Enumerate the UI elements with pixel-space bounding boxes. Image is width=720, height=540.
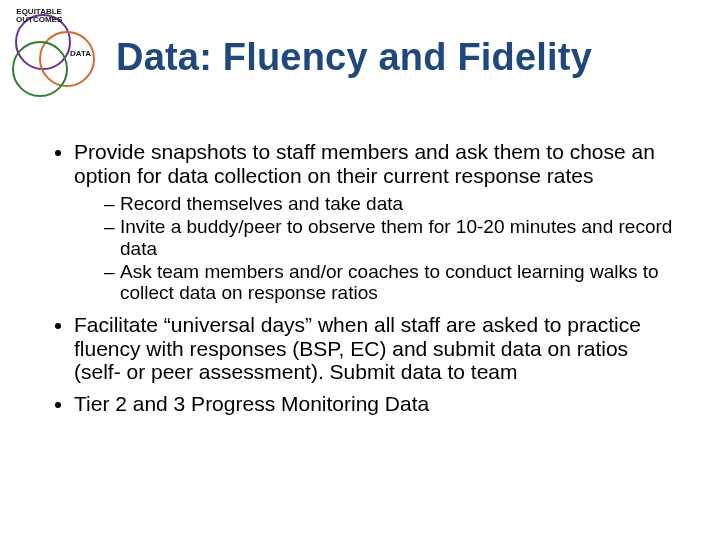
sub-bullet-item: Invite a buddy/peer to observe them for … <box>104 216 680 259</box>
sub-bullet-list: Record themselves and take data Invite a… <box>74 193 680 303</box>
slide: EQUITABLE OUTCOMES DATA Data: Fluency an… <box>0 0 720 540</box>
svg-point-1 <box>40 32 94 86</box>
venn-label-equitable: EQUITABLE OUTCOMES <box>16 8 62 24</box>
bullet-list: Provide snapshots to staff members and a… <box>52 140 680 415</box>
bullet-item: Provide snapshots to staff members and a… <box>74 140 680 303</box>
bullet-text: Facilitate “universal days” when all sta… <box>74 313 641 383</box>
bullet-text: Provide snapshots to staff members and a… <box>74 140 655 187</box>
bullet-text: Tier 2 and 3 Progress Monitoring Data <box>74 392 429 415</box>
slide-body: Provide snapshots to staff members and a… <box>52 140 680 423</box>
sub-bullet-item: Ask team members and/or coaches to condu… <box>104 261 680 304</box>
sub-bullet-text: Ask team members and/or coaches to condu… <box>120 261 659 303</box>
venn-label-data: DATA <box>70 50 91 58</box>
slide-title: Data: Fluency and Fidelity <box>116 36 592 79</box>
bullet-item: Tier 2 and 3 Progress Monitoring Data <box>74 392 680 416</box>
bullet-item: Facilitate “universal days” when all sta… <box>74 313 680 384</box>
venn-diagram-icon: EQUITABLE OUTCOMES DATA <box>6 6 106 106</box>
sub-bullet-text: Record themselves and take data <box>120 193 403 214</box>
sub-bullet-text: Invite a buddy/peer to observe them for … <box>120 216 672 258</box>
sub-bullet-item: Record themselves and take data <box>104 193 680 214</box>
